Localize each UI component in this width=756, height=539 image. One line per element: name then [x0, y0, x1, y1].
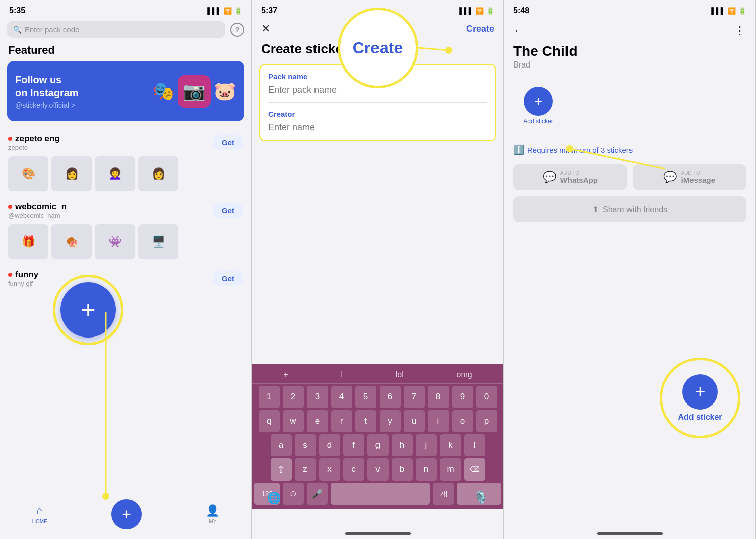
key-v[interactable]: v [367, 458, 389, 481]
key-mic[interactable]: 🎤 [307, 483, 328, 505]
key-6[interactable]: 6 [380, 386, 401, 408]
dot-funny [8, 273, 12, 277]
imessage-text: ADD TO iMessage [681, 170, 715, 184]
key-b[interactable]: b [392, 458, 413, 481]
pack-name-input[interactable] [268, 85, 487, 95]
sticker-w4: 🖥️ [138, 224, 178, 259]
key-d[interactable]: d [319, 434, 340, 456]
instagram-banner[interactable]: Follow us on Instagram @stickerly.offici… [7, 61, 244, 121]
key-e[interactable]: e [307, 410, 328, 432]
key-4[interactable]: 4 [331, 386, 352, 408]
banner-text-block: Follow us on Instagram @stickerly.offici… [15, 73, 79, 109]
whatsapp-text: ADD TO WhatsApp [560, 170, 598, 184]
wifi-icon-3: 🛜 [728, 7, 736, 15]
panel-3: 5:48 ▌▌▌ 🛜 🔋 ← ⋮ The Child Brad + Add st… [504, 0, 756, 539]
suggest-l[interactable]: l [341, 370, 343, 379]
key-n[interactable]: n [416, 458, 437, 481]
key-f[interactable]: f [343, 434, 364, 456]
kb-row-1: q w e r t y u i o p [252, 410, 503, 432]
share-button[interactable]: ⬆ Share with friends [513, 196, 746, 222]
home-label: HOME [32, 519, 47, 524]
key-shift[interactable]: ⇧ [271, 458, 292, 481]
key-c[interactable]: c [343, 458, 364, 481]
key-k[interactable]: k [440, 434, 461, 456]
key-j[interactable]: j [416, 434, 437, 456]
key-w[interactable]: w [283, 410, 304, 432]
create-button[interactable]: Create [466, 24, 494, 34]
key-a[interactable]: a [271, 434, 292, 456]
fab-container: + [111, 499, 142, 529]
status-time-1: 5:35 [9, 6, 25, 15]
key-q[interactable]: q [259, 410, 280, 432]
pack-sub-zepeto: zepeto [8, 144, 60, 151]
key-t[interactable]: t [355, 410, 376, 432]
key-0[interactable]: 0 [476, 386, 497, 408]
key-i[interactable]: i [428, 410, 449, 432]
key-l[interactable]: l [464, 434, 485, 456]
key-z[interactable]: z [295, 458, 316, 481]
key-delete[interactable]: ⌫ [464, 458, 485, 481]
create-fab-large[interactable]: + [60, 282, 116, 338]
add-sticker-circle[interactable]: + [524, 87, 553, 116]
more-button[interactable]: ⋮ [734, 24, 746, 37]
key-space[interactable] [331, 483, 430, 505]
add-sticker-annot-circle: + [682, 374, 718, 410]
add-sticker-cell[interactable]: + Add sticker [513, 81, 563, 131]
sticker-1: 🎨 [8, 156, 48, 191]
battery-icon-3: 🔋 [738, 7, 746, 15]
keyboard: + l lol omg 1 2 3 4 5 6 7 8 9 0 q w e r … [252, 364, 503, 509]
key-x[interactable]: x [319, 458, 340, 481]
search-bar[interactable]: 🔍 Enter pack code [7, 21, 225, 38]
key-5[interactable]: 5 [355, 386, 376, 408]
sticker-w3: 👾 [95, 224, 135, 259]
key-o[interactable]: o [452, 410, 473, 432]
key-m[interactable]: m [440, 458, 461, 481]
key-emoji[interactable]: ☺ [283, 483, 303, 505]
stickers-webcomic: 🎁 🍖 👾 🖥️ [0, 221, 251, 264]
sticker-4: 👩 [138, 156, 178, 191]
create-fab-bottom[interactable]: + [111, 499, 142, 529]
key-8[interactable]: 8 [428, 386, 449, 408]
p2-title: Create sticker pack [252, 38, 503, 64]
mic-icon[interactable]: 🎙️ [473, 491, 488, 505]
key-y[interactable]: y [380, 410, 401, 432]
nav-home[interactable]: ⌂ HOME [32, 504, 47, 524]
nav-my[interactable]: 👤 MY [206, 504, 219, 524]
home-bar-3 [597, 532, 663, 535]
globe-icon[interactable]: 🌐 [267, 492, 281, 505]
warning-row: ℹ️ Requires minimum of 3 stickers [504, 139, 755, 160]
whatsapp-btn[interactable]: 💬 ADD TO WhatsApp [513, 164, 627, 190]
key-2[interactable]: 2 [283, 386, 304, 408]
banner-handle[interactable]: @stickerly.official > [15, 101, 79, 109]
fab-annotation-container: + [60, 282, 116, 338]
status-time-2: 5:37 [261, 6, 277, 15]
key-r[interactable]: r [331, 410, 352, 432]
key-p[interactable]: p [476, 410, 497, 432]
suggest-lol[interactable]: lol [396, 370, 404, 379]
status-icons-1: ▌▌▌ 🛜 🔋 [207, 7, 242, 15]
key-9[interactable]: 9 [452, 386, 473, 408]
banner-line1: Follow us [15, 73, 79, 86]
key-korean[interactable]: 가| [433, 483, 454, 505]
get-btn-webcomic[interactable]: Get [213, 203, 243, 218]
key-u[interactable]: u [404, 410, 425, 432]
sticker-grid: + Add sticker [513, 81, 746, 131]
key-s[interactable]: s [295, 434, 316, 456]
dot-webcomic [8, 205, 12, 209]
key-3[interactable]: 3 [307, 386, 328, 408]
back-button[interactable]: ← [513, 24, 524, 37]
imessage-label: iMessage [681, 176, 715, 184]
key-1[interactable]: 1 [259, 386, 280, 408]
imessage-btn[interactable]: 💬 ADD TO iMessage [633, 164, 747, 190]
get-btn-zepeto[interactable]: Get [213, 135, 243, 150]
suggest-omg[interactable]: omg [456, 370, 472, 379]
suggest-plus[interactable]: + [283, 370, 288, 379]
close-button[interactable]: ✕ [261, 22, 270, 35]
creator-input[interactable] [268, 122, 487, 133]
get-btn-funny[interactable]: Get [213, 271, 243, 286]
key-h[interactable]: h [392, 434, 413, 456]
key-7[interactable]: 7 [404, 386, 425, 408]
key-g[interactable]: g [367, 434, 389, 456]
form-divider [268, 102, 487, 103]
help-button[interactable]: ? [230, 23, 244, 37]
